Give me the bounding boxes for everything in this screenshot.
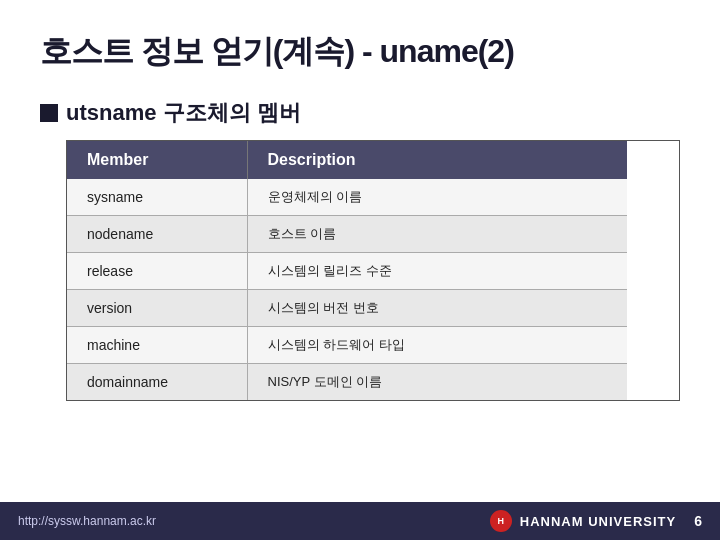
table-header-row: Member Description <box>67 141 627 179</box>
page-number: 6 <box>694 513 702 529</box>
cell-description: 호스트 이름 <box>247 216 627 253</box>
members-table: Member Description sysname운영체제의 이름nodena… <box>67 141 627 400</box>
cell-description: 시스템의 버전 번호 <box>247 290 627 327</box>
section-icon <box>40 104 58 122</box>
col-header-member: Member <box>67 141 247 179</box>
hannam-logo-icon: H <box>490 510 512 532</box>
table-row: sysname운영체제의 이름 <box>67 179 627 216</box>
section-header: utsname 구조체의 멤버 <box>40 98 680 128</box>
cell-member: machine <box>67 327 247 364</box>
footer: http://syssw.hannam.ac.kr H HANNAM UNIVE… <box>0 502 720 540</box>
table-row: machine시스템의 하드웨어 타입 <box>67 327 627 364</box>
cell-description: 시스템의 하드웨어 타입 <box>247 327 627 364</box>
cell-member: nodename <box>67 216 247 253</box>
table-row: version시스템의 버전 번호 <box>67 290 627 327</box>
table-container: Member Description sysname운영체제의 이름nodena… <box>66 140 680 401</box>
cell-description: NIS/YP 도메인 이름 <box>247 364 627 401</box>
footer-right: H HANNAM UNIVERSITY 6 <box>490 510 702 532</box>
page-container: 호스트 정보 얻기(계속) - uname(2) utsname 구조체의 멤버… <box>0 0 720 540</box>
table-row: release시스템의 릴리즈 수준 <box>67 253 627 290</box>
cell-member: version <box>67 290 247 327</box>
cell-description: 운영체제의 이름 <box>247 179 627 216</box>
col-header-description: Description <box>247 141 627 179</box>
footer-url: http://syssw.hannam.ac.kr <box>18 514 156 528</box>
table-row: nodename호스트 이름 <box>67 216 627 253</box>
page-title: 호스트 정보 얻기(계속) - uname(2) <box>40 30 680 74</box>
cell-member: release <box>67 253 247 290</box>
university-name: HANNAM UNIVERSITY <box>520 514 676 529</box>
cell-description: 시스템의 릴리즈 수준 <box>247 253 627 290</box>
cell-member: domainname <box>67 364 247 401</box>
cell-member: sysname <box>67 179 247 216</box>
table-row: domainnameNIS/YP 도메인 이름 <box>67 364 627 401</box>
section-title: utsname 구조체의 멤버 <box>66 98 301 128</box>
